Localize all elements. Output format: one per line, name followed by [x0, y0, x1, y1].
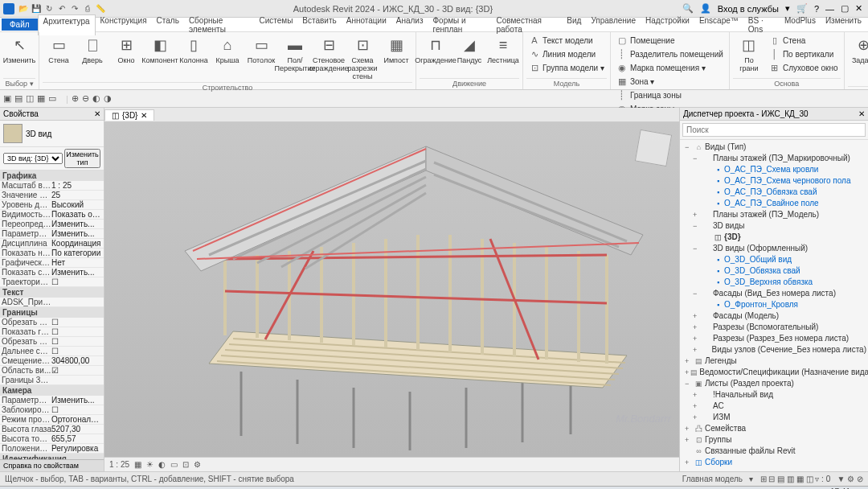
tree-node[interactable]: ▪О_АС_ПЭ_Обвязка свай: [682, 187, 866, 198]
qat-sync-icon[interactable]: ↻: [43, 3, 55, 14]
scale-label[interactable]: 1 : 25: [109, 460, 129, 469]
ribbon-small-button[interactable]: AТекст модели: [526, 34, 607, 47]
ribbon-button[interactable]: ⊡Схема разрезки стены: [346, 34, 379, 82]
login-label[interactable]: Вход в службы: [715, 4, 781, 14]
close-panel-icon[interactable]: ✕: [858, 109, 865, 118]
tree-node[interactable]: ▪О_АС_ПЭ_Схема чернового пола: [682, 175, 866, 187]
ribbon-button[interactable]: ⊓Ограждение: [420, 34, 452, 66]
property-row[interactable]: Обрезать анн...☐: [0, 337, 104, 347]
close-panel-icon[interactable]: ✕: [94, 109, 100, 118]
qat-print-icon[interactable]: ⎙: [82, 3, 93, 14]
tree-node[interactable]: +⊡Группы: [682, 434, 866, 446]
help-icon[interactable]: ▾: [783, 3, 792, 14]
maximize-icon[interactable]: ▢: [838, 3, 851, 14]
properties-help[interactable]: Справка по свойствам: [0, 459, 104, 471]
tree-node[interactable]: −▣Листы (Раздел проекта): [682, 378, 866, 389]
help-q-icon[interactable]: ?: [812, 4, 821, 14]
property-row[interactable]: Параметры в...Изменить...: [0, 396, 104, 405]
property-row[interactable]: Высота глаза5207,30: [0, 425, 104, 434]
tree-node[interactable]: +!Начальный вид: [682, 389, 866, 401]
property-row[interactable]: ADSK_Приме...: [0, 298, 104, 307]
property-row[interactable]: Режим проец...Ортогональный: [0, 415, 104, 425]
ribbon-small-button[interactable]: ┊Разделитель помещений: [614, 47, 726, 60]
ob-icon[interactable]: ◐: [92, 93, 100, 104]
tree-node[interactable]: +АС: [682, 401, 866, 412]
qat-open-icon[interactable]: 📂: [18, 3, 29, 14]
ribbon-button[interactable]: ▦Импост: [380, 34, 412, 66]
qat-measure-icon[interactable]: 📏: [95, 3, 106, 14]
ribbon-button[interactable]: ⊞Окно: [110, 34, 142, 66]
qat-undo-icon[interactable]: ↶: [56, 3, 68, 14]
vb-icon[interactable]: ☀: [146, 460, 154, 469]
ob-icon[interactable]: ▣: [3, 93, 11, 104]
property-row[interactable]: Видимость ч...Показать ориг...: [0, 210, 104, 220]
ribbon-button[interactable]: ▭Стена: [43, 34, 75, 66]
search-icon[interactable]: 🔍: [680, 3, 696, 14]
minimize-icon[interactable]: —: [823, 4, 837, 14]
ob-icon[interactable]: ▦: [37, 93, 45, 104]
ribbon-button[interactable]: ≡Лестница: [487, 34, 519, 66]
ribbon-button[interactable]: ▭Потолок: [245, 34, 277, 66]
ribbon-small-button[interactable]: ⊡Группа модели ▾: [526, 61, 607, 74]
tree-node[interactable]: +Виды узлов (Сечение_Без номера листа): [682, 344, 866, 355]
ribbon-small-button[interactable]: ▢Помещение: [614, 34, 726, 47]
tree-node[interactable]: +Разрезы (Разрез_Без номера листа): [682, 333, 866, 344]
property-row[interactable]: Значение ма...25: [0, 191, 104, 200]
ribbon-button[interactable]: ◧Компонент: [144, 34, 176, 66]
ribbon-small-button[interactable]: ┊Граница зоны: [614, 88, 726, 101]
view-selector[interactable]: 3D вид: {3D}: [3, 153, 63, 164]
ribbon-small-button[interactable]: ▯Стена: [767, 34, 841, 47]
ob-icon[interactable]: ◑: [104, 93, 112, 104]
ribbon-small-button[interactable]: ⊞Слуховое окно: [767, 61, 841, 74]
ribbon-small-button[interactable]: ▦Зона ▾: [614, 75, 726, 88]
ob-icon[interactable]: ▤: [14, 93, 23, 104]
ribbon-button[interactable]: ⎕Дверь: [76, 34, 108, 66]
qat-save-icon[interactable]: 💾: [31, 3, 42, 14]
ribbon-button[interactable]: ◫По грани: [733, 34, 765, 74]
browser-search-input[interactable]: [682, 123, 866, 137]
tree-node[interactable]: −Фасады (Вид_Без номера листа): [682, 288, 866, 299]
property-row[interactable]: Обрезать вид☐: [0, 318, 104, 327]
property-row[interactable]: Показать гра...☐: [0, 327, 104, 337]
browser-tree[interactable]: −⌂Виды (Тип)−Планы этажей (ПЭ_Маркировоч…: [680, 140, 868, 471]
tree-node[interactable]: ▪О_Фронтон_Кровля: [682, 299, 866, 310]
qat-redo-icon[interactable]: ↷: [69, 3, 80, 14]
3d-canvas[interactable]: Mr.Bondarrr: [104, 122, 679, 457]
file-tab[interactable]: Файл: [2, 18, 38, 31]
ob-icon[interactable]: ▭: [48, 93, 56, 104]
vb-icon[interactable]: ▦: [134, 460, 141, 469]
user-icon[interactable]: 👤: [698, 3, 714, 14]
tree-node[interactable]: −Планы этажей (ПЭ_Маркировочный): [682, 153, 866, 164]
tree-node[interactable]: +◫Сборки: [682, 457, 866, 468]
ribbon-button[interactable]: ↖Изменить: [3, 34, 35, 66]
ribbon-small-button[interactable]: ∿Линия модели: [526, 47, 607, 60]
property-row[interactable]: Уровень дета...Высокий: [0, 200, 104, 210]
ribbon-small-button[interactable]: │По вертикали: [767, 47, 841, 60]
view-tab[interactable]: ◫ {3D} ✕: [104, 109, 154, 121]
vb-icon[interactable]: ⊡: [182, 460, 189, 469]
ribbon-small-button[interactable]: ◉Марка помещения ▾: [614, 61, 726, 74]
vb-icon[interactable]: ◐: [158, 460, 166, 469]
tree-node[interactable]: −⌂Виды (Тип): [682, 142, 866, 153]
tree-node[interactable]: +Разрезы (Вспомогательный): [682, 322, 866, 333]
tree-node[interactable]: +▤Легенды: [682, 355, 866, 367]
ribbon-button[interactable]: ▯Колонна: [178, 34, 210, 66]
property-row[interactable]: Показать сеткиИзменить...: [0, 268, 104, 277]
tab-close-icon[interactable]: ✕: [141, 111, 147, 120]
ribbon-button[interactable]: ▬Пол/Перекрытие: [279, 34, 311, 74]
ribbon-button[interactable]: ⊕Задать: [848, 34, 868, 66]
tree-node[interactable]: ▪О_АС_ПЭ_Схема кровли: [682, 164, 866, 175]
tree-node[interactable]: ▪О_3D_Общий вид: [682, 254, 866, 265]
property-row[interactable]: Показать не...По категории: [0, 249, 104, 258]
close-icon[interactable]: ✕: [853, 3, 865, 14]
property-row[interactable]: Параметры о...Изменить...: [0, 229, 104, 239]
tree-node[interactable]: +▤Ведомости/Спецификации (Назначение вид…: [682, 367, 866, 378]
property-row[interactable]: Заблокирова...☐: [0, 405, 104, 415]
edit-type-button[interactable]: Изменить тип: [64, 149, 100, 168]
tree-node[interactable]: ▪О_3D_Обвязка свай: [682, 265, 866, 277]
tree-node[interactable]: +Планы этажей (ПЭ_Модель): [682, 209, 866, 220]
vb-icon[interactable]: ▭: [170, 460, 178, 469]
vb-icon[interactable]: ⚙: [194, 460, 201, 469]
property-row[interactable]: Траектория с...☐: [0, 277, 104, 287]
tree-node[interactable]: −3D виды (Оформленный): [682, 243, 866, 254]
